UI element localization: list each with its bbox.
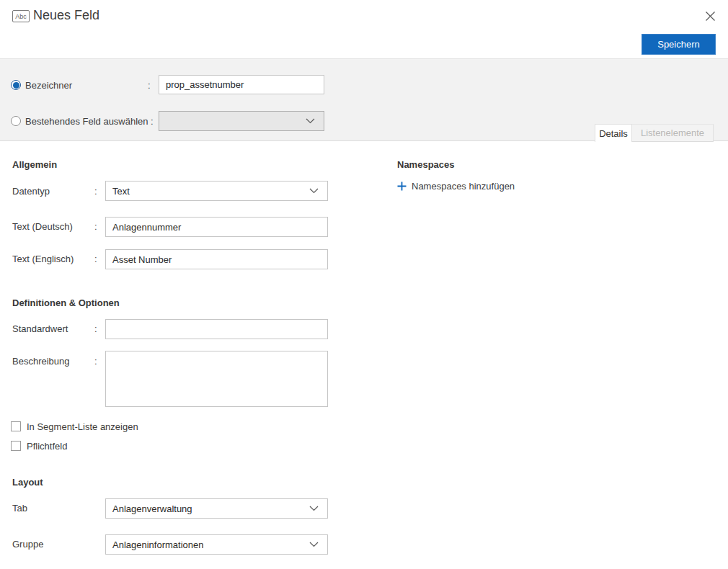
field-type-abc-icon: Abc <box>12 10 30 22</box>
bestehendes-feld-dropdown[interactable] <box>159 111 324 131</box>
separator-colon: : <box>94 254 97 264</box>
tab-details[interactable]: Details <box>595 124 632 142</box>
section-title-allgemein: Allgemein <box>12 159 57 170</box>
chevron-down-icon <box>309 188 319 194</box>
close-button[interactable] <box>702 8 718 24</box>
separator-colon: : <box>94 357 97 367</box>
pflichtfeld-checkbox[interactable] <box>11 441 21 451</box>
tab-dropdown[interactable]: Anlagenverwaltung <box>105 498 328 519</box>
close-icon <box>705 11 716 22</box>
standardwert-input[interactable] <box>105 319 328 339</box>
text-englisch-input[interactable] <box>105 249 328 269</box>
separator-colon: : <box>94 324 97 334</box>
pflichtfeld-checkbox-label: Pflichtfeld <box>27 442 67 452</box>
new-field-dialog: Abc Neues Feld Speichern Bezeichner : Be… <box>0 0 728 569</box>
standardwert-label: Standardwert <box>12 324 68 334</box>
radio-bezeichner-label: Bezeichner <box>25 81 72 91</box>
separator-colon: : <box>148 81 151 91</box>
tab-label: Tab <box>12 503 27 514</box>
datentyp-label: Datentyp <box>12 187 50 197</box>
gruppe-label: Gruppe <box>12 539 43 550</box>
chevron-down-icon <box>306 118 315 124</box>
segment-liste-checkbox[interactable] <box>11 421 21 431</box>
add-namespaces-link[interactable]: Namespaces hinzufügen <box>397 181 515 192</box>
separator-colon: : <box>151 117 154 127</box>
page-title: Neues Feld <box>33 8 99 23</box>
section-title-definitionen: Definitionen & Optionen <box>12 297 120 308</box>
section-title-layout: Layout <box>12 477 43 488</box>
tab-listenelemente[interactable]: Listenelemente <box>632 124 714 142</box>
text-deutsch-input[interactable] <box>105 217 328 237</box>
radio-bestehendes-feld[interactable] <box>11 116 21 126</box>
separator-colon: : <box>94 187 97 197</box>
text-englisch-label: Text (Englisch) <box>12 254 74 264</box>
tab-dropdown-value: Anlagenverwaltung <box>112 503 192 514</box>
radio-bestehendes-feld-label: Bestehendes Feld auswählen <box>25 117 148 127</box>
separator-colon: : <box>94 222 97 232</box>
plus-icon <box>397 182 407 191</box>
radio-bezeichner[interactable] <box>11 80 21 90</box>
beschreibung-textarea[interactable] <box>105 351 328 407</box>
gruppe-dropdown[interactable]: Anlageninformationen <box>105 534 328 555</box>
segment-liste-checkbox-label: In Segment-Liste anzeigen <box>27 422 138 432</box>
add-namespaces-link-label: Namespaces hinzufügen <box>412 181 515 192</box>
chevron-down-icon <box>309 542 319 547</box>
section-title-namespaces: Namespaces <box>397 159 455 170</box>
beschreibung-label: Beschreibung <box>12 357 70 367</box>
save-button[interactable]: Speichern <box>642 34 716 55</box>
datentyp-dropdown[interactable]: Text <box>105 181 328 201</box>
text-deutsch-label: Text (Deutsch) <box>12 222 73 232</box>
chevron-down-icon <box>309 506 319 511</box>
datentyp-dropdown-value: Text <box>112 186 130 197</box>
gruppe-dropdown-value: Anlageninformationen <box>112 539 203 550</box>
bezeichner-input[interactable] <box>159 75 324 94</box>
